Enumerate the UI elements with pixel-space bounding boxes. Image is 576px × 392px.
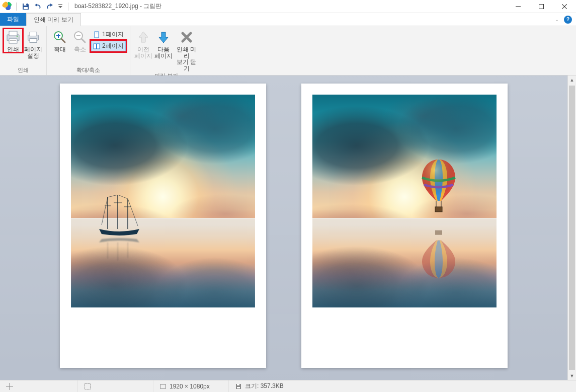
- preview-area: ▲ ▼: [0, 75, 576, 380]
- page-setup-label: 페이지 설정: [24, 46, 42, 59]
- one-page-label: 1페이지: [102, 30, 124, 39]
- svg-rect-7: [9, 31, 17, 36]
- prev-page-button[interactable]: 이전 페이지: [133, 28, 153, 59]
- svg-rect-18: [96, 33, 98, 33]
- preview-image-1: [71, 95, 255, 307]
- one-page-icon: [93, 31, 100, 38]
- svg-point-35: [422, 160, 455, 196]
- printer-icon: [5, 29, 21, 45]
- dimensions-value: 1920 × 1080px: [170, 383, 210, 390]
- svg-rect-39: [435, 230, 442, 235]
- app-icon: [2, 2, 12, 12]
- zoom-out-label: 축소: [74, 46, 86, 53]
- zoom-out-icon: [72, 29, 88, 45]
- two-page-label: 2페이지: [102, 42, 124, 50]
- svg-rect-4: [516, 6, 521, 7]
- svg-rect-19: [96, 34, 98, 34]
- svg-rect-21: [97, 44, 100, 49]
- printer-small-icon: [25, 29, 41, 45]
- title-bar: boat-5283822_1920.jpg - 그림판: [0, 0, 576, 13]
- print-group-label: 인쇄: [3, 66, 43, 75]
- scroll-up-icon[interactable]: ▲: [568, 75, 576, 84]
- svg-rect-10: [10, 42, 16, 42]
- zoom-out-button[interactable]: 축소: [70, 28, 90, 53]
- zoom-in-icon: [52, 29, 68, 45]
- zoom-group-label: 확대/축소: [50, 66, 127, 75]
- close-preview-button[interactable]: 인쇄 미리 보기 닫기: [174, 28, 200, 71]
- undo-icon[interactable]: [34, 3, 42, 11]
- minimize-button[interactable]: [507, 0, 530, 13]
- tab-print-preview[interactable]: 인쇄 미리 보기: [26, 13, 81, 26]
- maximize-button[interactable]: [530, 0, 553, 13]
- vertical-scrollbar[interactable]: ▲ ▼: [567, 75, 576, 380]
- svg-rect-17: [95, 32, 99, 38]
- preview-page-2: [301, 84, 508, 368]
- zoom-in-label: 확대: [54, 46, 66, 53]
- boat-silhouette: [97, 195, 142, 240]
- help-icon[interactable]: ?: [564, 16, 572, 24]
- next-page-button[interactable]: 다음 페이지: [153, 28, 174, 59]
- svg-rect-1: [24, 7, 28, 9]
- svg-line-28: [128, 199, 138, 226]
- ribbon-group-print: 인쇄 페이지 설정 인쇄: [0, 26, 47, 75]
- preview-scroll[interactable]: [0, 75, 567, 380]
- save-icon[interactable]: [22, 3, 30, 11]
- svg-rect-5: [539, 4, 544, 9]
- svg-line-25: [102, 197, 108, 225]
- print-button-label: 인쇄: [7, 46, 19, 53]
- zoom-in-button[interactable]: 확대: [50, 28, 70, 53]
- tab-file[interactable]: 파일: [0, 13, 26, 26]
- arrow-down-icon: [155, 29, 172, 45]
- svg-rect-2: [26, 4, 27, 5]
- svg-line-27: [118, 195, 128, 199]
- window-title: boat-5283822_1920.jpg - 그림판: [74, 2, 161, 11]
- cursor-pos-icon: [6, 383, 13, 390]
- two-page-icon: [93, 43, 100, 50]
- one-page-button[interactable]: 1페이지: [91, 29, 126, 40]
- svg-rect-9: [10, 40, 16, 41]
- svg-rect-14: [30, 39, 37, 43]
- svg-rect-20: [94, 44, 97, 49]
- customize-qat-icon[interactable]: [58, 3, 63, 11]
- svg-rect-41: [160, 384, 166, 388]
- ribbon: 인쇄 페이지 설정 인쇄 확대 축소: [0, 26, 576, 75]
- svg-rect-40: [85, 383, 91, 389]
- svg-rect-38: [435, 207, 442, 212]
- svg-rect-43: [237, 384, 239, 385]
- page-setup-button[interactable]: 페이지 설정: [23, 28, 43, 59]
- svg-rect-8: [9, 39, 17, 43]
- close-x-icon: [179, 29, 195, 45]
- preview-image-2: [312, 95, 497, 307]
- selection-icon: [84, 383, 91, 390]
- next-page-label: 다음 페이지: [154, 46, 173, 59]
- svg-point-11: [17, 36, 18, 37]
- close-preview-label: 인쇄 미리 보기 닫기: [175, 46, 199, 71]
- ribbon-group-preview: 이전 페이지 다음 페이지 인쇄 미리 보기 닫기 미리 보기: [130, 26, 203, 75]
- prev-page-label: 이전 페이지: [134, 46, 152, 59]
- svg-line-26: [108, 195, 118, 197]
- preview-page-1: [60, 84, 266, 368]
- arrow-up-icon: [135, 29, 151, 45]
- scroll-down-icon[interactable]: ▼: [568, 371, 576, 380]
- dimensions-icon: [159, 383, 167, 390]
- ribbon-group-zoom: 확대 축소 1페이지 2페이지 확대/축소: [47, 26, 130, 75]
- two-page-button[interactable]: 2페이지: [91, 41, 126, 51]
- svg-rect-13: [30, 32, 37, 36]
- svg-rect-44: [237, 387, 240, 388]
- balloon: [419, 159, 458, 214]
- scroll-thumb[interactable]: [569, 86, 575, 370]
- redo-icon[interactable]: [46, 3, 54, 11]
- print-button[interactable]: 인쇄: [3, 28, 23, 53]
- collapse-ribbon-icon[interactable]: ⌄: [555, 17, 559, 22]
- filesize-value: 크기: 357.3KB: [245, 382, 284, 390]
- svg-rect-3: [58, 4, 62, 5]
- ribbon-tabs: 파일 인쇄 미리 보기 ⌄ ?: [0, 13, 576, 26]
- close-button[interactable]: [553, 0, 576, 13]
- quick-access-toolbar: [19, 3, 66, 11]
- status-bar: 1920 × 1080px 크기: 357.3KB: [0, 380, 576, 392]
- filesize-icon: [235, 383, 242, 390]
